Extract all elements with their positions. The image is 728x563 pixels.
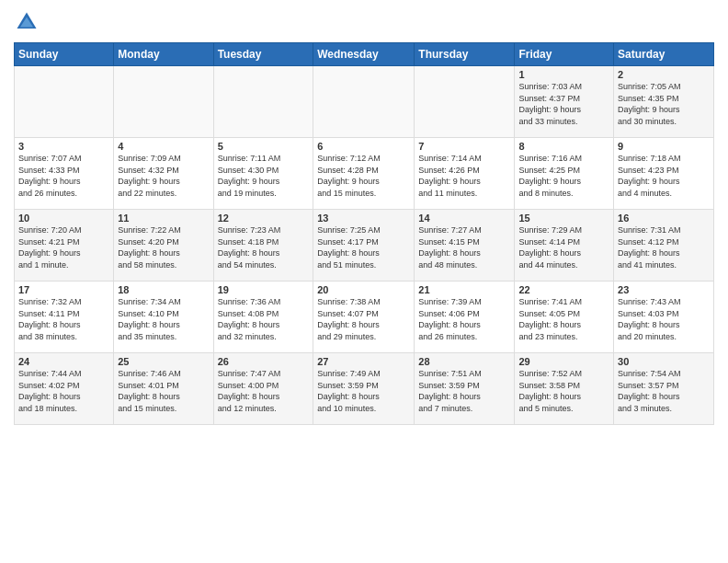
day-info: Sunrise: 7:23 AM Sunset: 4:18 PM Dayligh…: [218, 224, 310, 270]
calendar-cell: 22Sunrise: 7:41 AM Sunset: 4:05 PM Dayli…: [515, 282, 614, 353]
day-info: Sunrise: 7:07 AM Sunset: 4:33 PM Dayligh…: [18, 153, 109, 199]
day-number: 9: [618, 141, 710, 152]
day-info: Sunrise: 7:03 AM Sunset: 4:37 PM Dayligh…: [518, 81, 609, 127]
day-info: Sunrise: 7:05 AM Sunset: 4:35 PM Dayligh…: [618, 81, 710, 127]
calendar-cell: 13Sunrise: 7:25 AM Sunset: 4:17 PM Dayli…: [313, 210, 415, 282]
day-info: Sunrise: 7:47 AM Sunset: 4:00 PM Dayligh…: [218, 368, 310, 414]
calendar-cell: 19Sunrise: 7:36 AM Sunset: 4:08 PM Dayli…: [213, 282, 313, 353]
calendar-cell: 5Sunrise: 7:11 AM Sunset: 4:30 PM Daylig…: [213, 138, 313, 210]
calendar-cell: [415, 66, 515, 138]
day-number: 12: [218, 213, 310, 224]
day-info: Sunrise: 7:12 AM Sunset: 4:28 PM Dayligh…: [317, 153, 410, 199]
calendar-week-row: 24Sunrise: 7:44 AM Sunset: 4:02 PM Dayli…: [15, 353, 714, 425]
calendar-header-saturday: Saturday: [614, 43, 714, 66]
day-info: Sunrise: 7:18 AM Sunset: 4:23 PM Dayligh…: [618, 153, 710, 199]
day-number: 20: [317, 284, 410, 295]
day-number: 10: [18, 213, 109, 224]
day-number: 17: [18, 284, 109, 295]
calendar-cell: 12Sunrise: 7:23 AM Sunset: 4:18 PM Dayli…: [213, 210, 313, 282]
calendar-header-friday: Friday: [515, 43, 614, 66]
day-info: Sunrise: 7:09 AM Sunset: 4:32 PM Dayligh…: [118, 153, 209, 199]
calendar-cell: [313, 66, 415, 138]
calendar-table: SundayMondayTuesdayWednesdayThursdayFrid…: [14, 42, 714, 425]
calendar-week-row: 3Sunrise: 7:07 AM Sunset: 4:33 PM Daylig…: [15, 138, 714, 210]
calendar-cell: 7Sunrise: 7:14 AM Sunset: 4:26 PM Daylig…: [415, 138, 515, 210]
day-info: Sunrise: 7:31 AM Sunset: 4:12 PM Dayligh…: [618, 224, 710, 270]
calendar-header-sunday: Sunday: [15, 43, 114, 66]
calendar-cell: 28Sunrise: 7:51 AM Sunset: 3:59 PM Dayli…: [415, 353, 515, 425]
day-info: Sunrise: 7:11 AM Sunset: 4:30 PM Dayligh…: [218, 153, 310, 199]
calendar-cell: 29Sunrise: 7:52 AM Sunset: 3:58 PM Dayli…: [515, 353, 614, 425]
calendar-header-monday: Monday: [114, 43, 213, 66]
calendar-week-row: 17Sunrise: 7:32 AM Sunset: 4:11 PM Dayli…: [15, 282, 714, 353]
calendar-cell: 11Sunrise: 7:22 AM Sunset: 4:20 PM Dayli…: [114, 210, 213, 282]
calendar-cell: 23Sunrise: 7:43 AM Sunset: 4:03 PM Dayli…: [614, 282, 714, 353]
day-number: 3: [18, 141, 109, 152]
day-number: 5: [218, 141, 310, 152]
calendar-cell: 2Sunrise: 7:05 AM Sunset: 4:35 PM Daylig…: [614, 66, 714, 138]
calendar-cell: 9Sunrise: 7:18 AM Sunset: 4:23 PM Daylig…: [614, 138, 714, 210]
calendar-cell: 15Sunrise: 7:29 AM Sunset: 4:14 PM Dayli…: [515, 210, 614, 282]
day-number: 13: [317, 213, 410, 224]
day-info: Sunrise: 7:25 AM Sunset: 4:17 PM Dayligh…: [317, 224, 410, 270]
day-info: Sunrise: 7:32 AM Sunset: 4:11 PM Dayligh…: [18, 296, 109, 342]
day-number: 6: [317, 141, 410, 152]
day-number: 19: [218, 284, 310, 295]
calendar-cell: [213, 66, 313, 138]
day-info: Sunrise: 7:43 AM Sunset: 4:03 PM Dayligh…: [618, 296, 710, 342]
day-number: 15: [518, 213, 609, 224]
header: [14, 9, 714, 35]
day-info: Sunrise: 7:29 AM Sunset: 4:14 PM Dayligh…: [518, 224, 609, 270]
day-info: Sunrise: 7:44 AM Sunset: 4:02 PM Dayligh…: [18, 368, 109, 414]
day-info: Sunrise: 7:46 AM Sunset: 4:01 PM Dayligh…: [118, 368, 209, 414]
day-number: 11: [118, 213, 209, 224]
day-number: 23: [618, 284, 710, 295]
day-info: Sunrise: 7:27 AM Sunset: 4:15 PM Dayligh…: [418, 224, 510, 270]
day-number: 21: [418, 284, 510, 295]
day-number: 14: [418, 213, 510, 224]
calendar-header-thursday: Thursday: [415, 43, 515, 66]
day-number: 1: [518, 69, 609, 80]
calendar-cell: 17Sunrise: 7:32 AM Sunset: 4:11 PM Dayli…: [15, 282, 114, 353]
day-number: 28: [418, 356, 510, 367]
calendar-cell: [15, 66, 114, 138]
calendar-header-tuesday: Tuesday: [213, 43, 313, 66]
calendar-cell: 3Sunrise: 7:07 AM Sunset: 4:33 PM Daylig…: [15, 138, 114, 210]
calendar-week-row: 10Sunrise: 7:20 AM Sunset: 4:21 PM Dayli…: [15, 210, 714, 282]
day-info: Sunrise: 7:14 AM Sunset: 4:26 PM Dayligh…: [418, 153, 510, 199]
day-number: 26: [218, 356, 310, 367]
day-number: 2: [618, 69, 710, 80]
calendar-cell: 20Sunrise: 7:38 AM Sunset: 4:07 PM Dayli…: [313, 282, 415, 353]
day-number: 24: [18, 356, 109, 367]
day-info: Sunrise: 7:51 AM Sunset: 3:59 PM Dayligh…: [418, 368, 510, 414]
day-info: Sunrise: 7:49 AM Sunset: 3:59 PM Dayligh…: [317, 368, 410, 414]
day-number: 8: [518, 141, 609, 152]
calendar-cell: 6Sunrise: 7:12 AM Sunset: 4:28 PM Daylig…: [313, 138, 415, 210]
day-number: 22: [518, 284, 609, 295]
day-info: Sunrise: 7:39 AM Sunset: 4:06 PM Dayligh…: [418, 296, 510, 342]
page: SundayMondayTuesdayWednesdayThursdayFrid…: [0, 0, 728, 563]
calendar-cell: 4Sunrise: 7:09 AM Sunset: 4:32 PM Daylig…: [114, 138, 213, 210]
calendar-cell: 14Sunrise: 7:27 AM Sunset: 4:15 PM Dayli…: [415, 210, 515, 282]
calendar-cell: 25Sunrise: 7:46 AM Sunset: 4:01 PM Dayli…: [114, 353, 213, 425]
calendar-cell: 16Sunrise: 7:31 AM Sunset: 4:12 PM Dayli…: [614, 210, 714, 282]
calendar-header-wednesday: Wednesday: [313, 43, 415, 66]
logo-icon: [14, 9, 40, 35]
calendar-week-row: 1Sunrise: 7:03 AM Sunset: 4:37 PM Daylig…: [15, 66, 714, 138]
day-info: Sunrise: 7:36 AM Sunset: 4:08 PM Dayligh…: [218, 296, 310, 342]
day-number: 27: [317, 356, 410, 367]
day-info: Sunrise: 7:41 AM Sunset: 4:05 PM Dayligh…: [518, 296, 609, 342]
calendar-cell: [114, 66, 213, 138]
day-number: 4: [118, 141, 209, 152]
day-number: 7: [418, 141, 510, 152]
day-info: Sunrise: 7:54 AM Sunset: 3:57 PM Dayligh…: [618, 368, 710, 414]
calendar-cell: 30Sunrise: 7:54 AM Sunset: 3:57 PM Dayli…: [614, 353, 714, 425]
calendar-cell: 18Sunrise: 7:34 AM Sunset: 4:10 PM Dayli…: [114, 282, 213, 353]
calendar-cell: 27Sunrise: 7:49 AM Sunset: 3:59 PM Dayli…: [313, 353, 415, 425]
day-info: Sunrise: 7:38 AM Sunset: 4:07 PM Dayligh…: [317, 296, 410, 342]
calendar-cell: 10Sunrise: 7:20 AM Sunset: 4:21 PM Dayli…: [15, 210, 114, 282]
calendar-cell: 21Sunrise: 7:39 AM Sunset: 4:06 PM Dayli…: [415, 282, 515, 353]
day-info: Sunrise: 7:16 AM Sunset: 4:25 PM Dayligh…: [518, 153, 609, 199]
day-number: 16: [618, 213, 710, 224]
calendar-cell: 24Sunrise: 7:44 AM Sunset: 4:02 PM Dayli…: [15, 353, 114, 425]
